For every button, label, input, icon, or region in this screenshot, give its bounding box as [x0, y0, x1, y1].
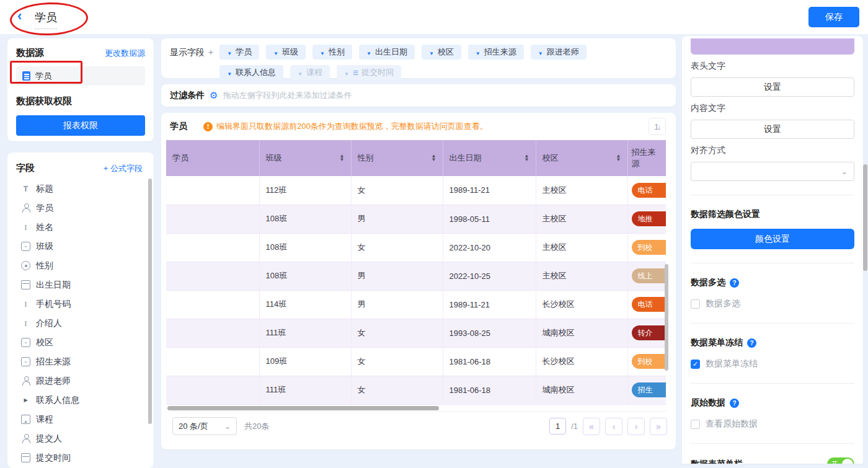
sort-icon[interactable]: ▲▼: [432, 154, 436, 162]
display-field-chip[interactable]: 跟进老师: [531, 45, 587, 60]
field-label: 跟进老师: [36, 376, 71, 387]
style-panel: 表头文字 设置 内容文字 设置 对齐方式 数据筛选颜色设置 颜色设置 数据多选 …: [682, 36, 863, 464]
display-field-chip[interactable]: 提交时间: [337, 65, 401, 80]
table-vertical-scrollbar[interactable]: [665, 264, 668, 371]
sort-icon[interactable]: ▲▼: [525, 154, 529, 162]
chip-label: 班级: [282, 46, 298, 58]
field-type-icon: [21, 319, 30, 328]
display-field-chip[interactable]: 出生日期: [359, 45, 415, 60]
field-item[interactable]: 提交时间: [16, 448, 148, 467]
align-select[interactable]: [691, 162, 854, 181]
back-icon[interactable]: ‹: [17, 9, 22, 23]
field-item[interactable]: 手机号码: [16, 294, 148, 314]
divider: [691, 263, 854, 263]
cell-campus: 长沙校区: [536, 347, 627, 376]
chevron-down-icon[interactable]: [476, 48, 480, 57]
header-text-settings-button[interactable]: 设置: [691, 77, 854, 97]
source-badge: 到校: [632, 354, 666, 369]
field-item[interactable]: 性别: [16, 256, 148, 275]
table-header-cell[interactable]: 性别 ▲▼: [351, 140, 443, 176]
last-page-button[interactable]: »: [650, 418, 667, 435]
chevron-down-icon[interactable]: [344, 68, 349, 77]
chevron-down-icon[interactable]: [273, 48, 278, 57]
help-icon[interactable]: ?: [747, 338, 756, 348]
add-formula-field-link[interactable]: + 公式字段: [104, 163, 143, 174]
fields-scrollbar[interactable]: [148, 179, 152, 424]
chevron-down-icon[interactable]: [538, 48, 543, 57]
display-field-chip[interactable]: 课程: [290, 65, 330, 80]
multi-select-checkbox-label: 数据多选: [706, 298, 740, 309]
field-item[interactable]: 联系人信息: [16, 391, 148, 410]
field-item[interactable]: 校区: [16, 333, 148, 352]
display-field-chip[interactable]: 联系人信息: [219, 65, 283, 80]
panel-scrollbar[interactable]: [863, 164, 867, 271]
cell-birthdate: 1993-08-25: [443, 319, 536, 347]
field-item[interactable]: 介绍人: [16, 314, 148, 333]
multi-select-checkbox[interactable]: [691, 299, 700, 309]
add-display-field-button[interactable]: +: [208, 47, 213, 72]
cell-birthdate: 2022-10-20: [443, 233, 536, 262]
color-settings-button[interactable]: 颜色设置: [691, 229, 854, 249]
document-icon: [22, 71, 30, 81]
field-item[interactable]: 招生来源: [16, 352, 148, 371]
next-page-button[interactable]: ›: [627, 418, 645, 435]
chevron-down-icon[interactable]: [320, 48, 325, 57]
cell-birthdate: 1998-05-11: [443, 205, 536, 233]
row-order-button[interactable]: [649, 118, 666, 135]
chevron-down-icon[interactable]: [366, 48, 371, 57]
field-item[interactable]: 提交人: [16, 429, 148, 448]
field-item[interactable]: 学员: [16, 198, 148, 218]
field-item[interactable]: 跟进老师: [16, 371, 148, 391]
page-title[interactable]: 学员: [35, 10, 57, 29]
table-horizontal-scrollbar[interactable]: [167, 406, 439, 410]
table-header-cell[interactable]: 班级 ▲▼: [259, 140, 351, 176]
display-field-chip[interactable]: 招生来源: [468, 45, 524, 60]
help-icon[interactable]: ?: [730, 278, 739, 288]
sort-icon[interactable]: ▲▼: [616, 154, 621, 162]
display-field-chip[interactable]: 性别: [312, 45, 352, 60]
raw-data-checkbox[interactable]: [691, 420, 700, 429]
table-header-cell[interactable]: 招生来源 ▲▼: [627, 140, 666, 176]
cell-birthdate: 2022-10-25: [443, 262, 536, 290]
cell-campus: 主校区: [536, 205, 627, 233]
prev-page-button[interactable]: ‹: [605, 418, 622, 435]
field-item[interactable]: 班级: [16, 237, 148, 256]
display-field-chip[interactable]: 班级: [266, 45, 306, 60]
menu-freeze-checkbox[interactable]: [691, 360, 700, 369]
chevron-down-icon[interactable]: [298, 68, 303, 77]
cell-class: 114班: [259, 290, 351, 319]
report-permission-button[interactable]: 报表权限: [16, 115, 145, 136]
datasource-item[interactable]: 学员: [16, 66, 145, 86]
chevron-down-icon[interactable]: [429, 48, 434, 57]
sort-icon[interactable]: ▲▼: [340, 154, 345, 162]
content-text-settings-button[interactable]: 设置: [691, 120, 854, 139]
help-icon[interactable]: ?: [730, 399, 739, 408]
current-page-input[interactable]: 1: [549, 418, 566, 435]
datasource-name: 学员: [35, 71, 51, 82]
table-header-cell[interactable]: 学员 ▲▼: [166, 140, 259, 176]
cell-gender: 女: [351, 319, 443, 347]
display-field-chip[interactable]: 校区: [422, 45, 461, 60]
field-item[interactable]: 出生日期: [16, 275, 148, 294]
source-badge: 电话: [632, 183, 666, 198]
field-label: 联系人信息: [36, 395, 79, 406]
table-header-cell[interactable]: 出生日期 ▲▼: [443, 140, 536, 176]
divider: [691, 443, 854, 444]
field-type-icon: [21, 338, 30, 347]
menu-bar-toggle[interactable]: 开: [827, 457, 854, 464]
field-item[interactable]: 标题: [16, 179, 148, 198]
chevron-down-icon[interactable]: [227, 48, 232, 57]
field-item[interactable]: 课程: [16, 410, 148, 429]
page-size-select[interactable]: 20 条/页: [172, 417, 237, 435]
cell-class: 111班: [259, 319, 351, 347]
field-item[interactable]: 姓名: [16, 218, 148, 237]
field-type-icon: [21, 280, 30, 289]
first-page-button[interactable]: «: [583, 418, 600, 435]
header-color-swatch[interactable]: [691, 38, 854, 55]
chevron-down-icon[interactable]: [227, 68, 232, 77]
save-button[interactable]: 保存: [808, 7, 859, 27]
display-field-chip[interactable]: 学员: [219, 45, 259, 60]
table-header-cell[interactable]: 校区 ▲▼: [536, 140, 627, 176]
change-datasource-link[interactable]: 更改数据源: [105, 48, 145, 59]
gear-icon[interactable]: [210, 90, 218, 101]
